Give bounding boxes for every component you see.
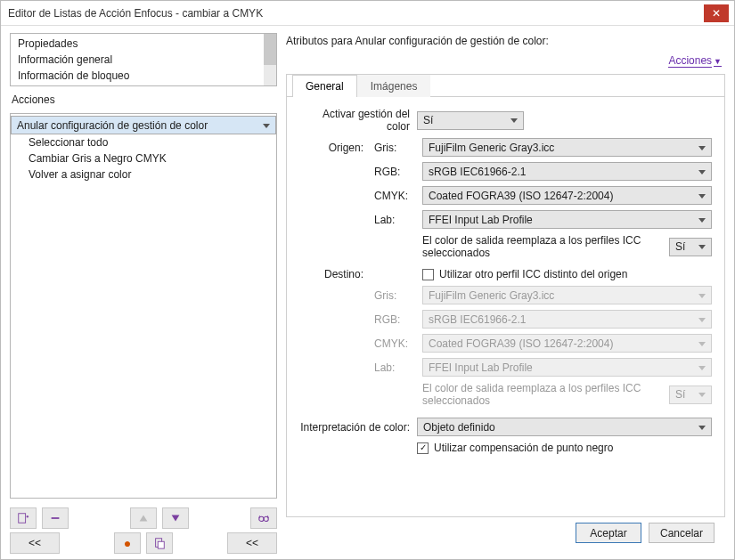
properties-item[interactable]: Información general <box>11 52 276 68</box>
activate-value: Sí <box>423 114 433 126</box>
right-column: Atributos para Anular configuración de g… <box>286 33 725 554</box>
plus-file-icon <box>17 512 29 524</box>
origin-note-text: El color de salida reemplaza a los perfi… <box>422 234 664 259</box>
properties-panel: Propiedades Información general Informac… <box>10 33 277 86</box>
titlebar: Editor de Listas de Acción Enfocus - cam… <box>1 1 734 26</box>
properties-list[interactable]: Propiedades Información general Informac… <box>11 34 276 85</box>
action-item-reassign-color[interactable]: Volver a asignar color <box>11 166 276 183</box>
origin-gray-label: Gris: <box>374 142 417 154</box>
move-up-button[interactable] <box>130 507 157 529</box>
actions-section-label: Acciones <box>10 92 277 108</box>
tab-general[interactable]: General <box>292 75 357 97</box>
triangle-up-icon <box>137 512 150 524</box>
origin-note-row: El color de salida reemplaza a los perfi… <box>422 234 712 259</box>
activate-select[interactable]: Sí <box>417 111 524 130</box>
blackpoint-label: Utilizar compensación de punto negro <box>434 442 613 454</box>
dest-rgb-select: sRGB IEC61966-2.1 <box>422 310 712 329</box>
svg-rect-0 <box>19 514 26 523</box>
left-column: Propiedades Información general Informac… <box>10 33 277 554</box>
actions-list[interactable]: Anular configuración de gestión de color… <box>11 114 276 184</box>
tab-general-content: Activar gestión del color Sí Origen: Gri… <box>287 97 724 516</box>
accept-button[interactable]: Aceptar <box>576 523 641 543</box>
dest-lab-select: FFEI Input Lab Profile <box>422 358 712 377</box>
scrollbar-thumb[interactable] <box>264 34 276 65</box>
dest-other-icc-label: Utilizar otro perfil ICC distinto del or… <box>439 268 627 280</box>
blackpoint-row: ✓ Utilizar compensación de punto negro <box>417 442 712 454</box>
view-mode-button[interactable] <box>250 507 277 529</box>
dest-note-row: El color de salida reemplaza a los perfi… <box>422 382 712 407</box>
activate-row: Activar gestión del color Sí <box>299 108 712 133</box>
record-button[interactable]: ● <box>114 532 141 554</box>
dest-lab-label: Lab: <box>374 361 417 374</box>
dest-rgb-label: RGB: <box>374 313 417 326</box>
clipboard-icon <box>153 537 166 549</box>
blackpoint-checkbox[interactable]: ✓ Utilizar compensación de punto negro <box>417 442 613 454</box>
paste-button[interactable] <box>146 532 173 554</box>
svg-rect-1 <box>52 517 60 519</box>
svg-rect-5 <box>158 541 164 548</box>
dialog-window: Editor de Listas de Acción Enfocus - cam… <box>0 0 735 560</box>
tab-strip: General Imágenes <box>287 75 724 97</box>
dest-other-icc-checkbox[interactable]: Utilizar otro perfil ICC distinto del or… <box>422 268 712 280</box>
dest-note-text: El color de salida reemplaza a los perfi… <box>422 382 664 407</box>
actions-menu-link[interactable]: Acciones▼ <box>286 53 725 74</box>
dest-gray-label: Gris: <box>374 289 417 302</box>
glasses-icon <box>257 512 270 524</box>
origin-rgb-label: RGB: <box>374 166 417 178</box>
action-item-gray-to-cmyk[interactable]: Cambiar Gris a Negro CMYK <box>11 150 276 166</box>
origin-note-select[interactable]: Sí <box>669 238 712 256</box>
origin-lab-select[interactable]: FFEI Input Lab Profile <box>422 210 712 229</box>
dest-label: Destino: <box>299 268 369 280</box>
chevron-down-icon: ▼ <box>714 57 722 67</box>
dest-gray-select: FujiFilm Generic Gray3.icc <box>422 286 712 304</box>
attributes-title: Atributos para Anular configuración de g… <box>286 33 725 53</box>
tab-images[interactable]: Imágenes <box>357 75 431 97</box>
minus-icon <box>49 512 61 524</box>
attributes-tabbox: General Imágenes Activar gestión del col… <box>286 74 725 517</box>
checkbox-icon <box>422 269 434 280</box>
origin-rgb-select[interactable]: sRGB IEC61966-2.1 <box>422 162 712 181</box>
dest-cmyk-label: CMYK: <box>374 337 417 350</box>
actions-link-label: Acciones <box>668 54 712 68</box>
properties-item[interactable]: Propiedades <box>11 36 276 52</box>
origin-gray-select[interactable]: FujiFilm Generic Gray3.icc <box>422 138 712 157</box>
interp-select[interactable]: Objeto definido <box>417 418 712 436</box>
dialog-footer: Aceptar Cancelar <box>286 517 725 554</box>
dest-cmyk-select: Coated FOGRA39 (ISO 12647-2:2004) <box>422 334 712 353</box>
back-button[interactable]: << <box>227 532 277 554</box>
checkbox-checked-icon: ✓ <box>417 442 429 454</box>
dialog-body: Propiedades Información general Informac… <box>1 26 734 559</box>
move-down-button[interactable] <box>162 507 189 529</box>
origin-cmyk-label: CMYK: <box>374 190 417 202</box>
activate-label: Activar gestión del color <box>299 108 417 133</box>
origin-grid: Origen: Gris: FujiFilm Generic Gray3.icc… <box>299 138 712 259</box>
toolbar-row-2: << ● << <box>10 532 277 554</box>
interp-row: Interpretación de color: Objeto definido <box>299 418 712 436</box>
cancel-button[interactable]: Cancelar <box>649 523 715 543</box>
origin-label: Origen: <box>299 142 369 154</box>
dest-grid: Destino: Utilizar otro perfil ICC distin… <box>299 268 712 407</box>
close-icon: ✕ <box>712 7 721 20</box>
properties-item[interactable]: Información de bloqueo <box>11 68 276 84</box>
remove-action-button[interactable] <box>42 507 69 529</box>
interp-label: Interpretación de color: <box>299 421 417 434</box>
origin-lab-label: Lab: <box>374 214 417 226</box>
record-icon: ● <box>124 536 131 550</box>
action-item-select-all[interactable]: Seleccionar todo <box>11 134 276 150</box>
origin-cmyk-select[interactable]: Coated FOGRA39 (ISO 12647-2:2004) <box>422 186 712 205</box>
undo-button[interactable]: << <box>10 532 60 554</box>
triangle-down-icon <box>169 512 182 524</box>
left-toolbar: << ● << <box>10 507 277 554</box>
toolbar-row-1 <box>10 507 277 529</box>
close-button[interactable]: ✕ <box>704 4 729 22</box>
actions-panel: Anular configuración de gestión de color… <box>10 113 277 499</box>
dest-note-select: Sí <box>669 386 712 404</box>
action-item-override-color[interactable]: Anular configuración de gestión de color <box>11 116 276 134</box>
add-action-button[interactable] <box>10 507 37 529</box>
window-title: Editor de Listas de Acción Enfocus - cam… <box>8 7 704 20</box>
